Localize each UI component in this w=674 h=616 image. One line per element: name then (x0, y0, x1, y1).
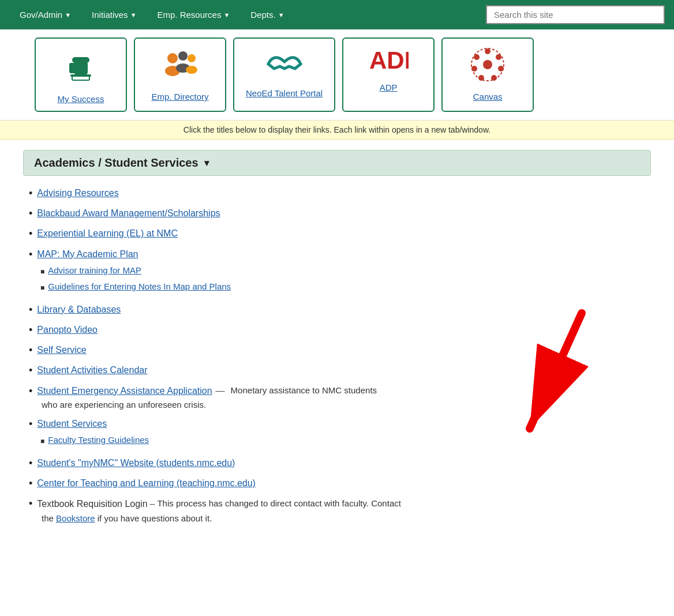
nav-initiatives-label: Initiatives (92, 10, 128, 20)
list-item-mynmc: • Student's "myNMC" Website (students.nm… (29, 456, 651, 471)
link-experiential[interactable]: Experiential Learning (EL) at NMC (37, 227, 178, 241)
nav-initiatives[interactable]: Initiatives ▼ (81, 0, 147, 29)
neoed-label: NeoEd Talent Portal (246, 88, 323, 98)
emp-directory-icon (161, 46, 199, 88)
emp-directory-label: Emp. Directory (151, 92, 208, 102)
list-item-textbook: • Textbook Requisition Login – This proc… (29, 497, 651, 525)
list-item-advising-resources: • Advising Resources (29, 186, 651, 201)
nav-emp-resources[interactable]: Emp. Resources ▼ (147, 0, 241, 29)
canvas-icon (469, 46, 507, 88)
svg-point-15 (498, 66, 504, 72)
student-services-sub-list: ■ Faculty Testing Guidelines (29, 434, 149, 450)
section-header[interactable]: Academics / Student Services ▾ (23, 150, 651, 176)
tile-emp-directory[interactable]: Emp. Directory (134, 37, 226, 112)
list-item-map: • MAP: My Academic Plan ■ Advisor traini… (29, 247, 651, 297)
sub-item-faculty-testing: ■ Faculty Testing Guidelines (40, 434, 149, 447)
nav-gov-admin-label: Gov/Admin (20, 10, 62, 20)
svg-rect-2 (69, 63, 75, 73)
svg-point-10 (186, 66, 197, 74)
sub-item-guidelines-notes: ■ Guidelines for Entering Notes In Map a… (40, 280, 231, 294)
svg-point-9 (188, 54, 196, 62)
nav-gov-admin-arrow: ▼ (65, 12, 71, 18)
link-map[interactable]: MAP: My Academic Plan (37, 247, 138, 261)
nav-initiatives-arrow: ▼ (130, 12, 137, 18)
neoed-icon (265, 46, 304, 85)
svg-point-5 (167, 53, 178, 63)
content-wrapper: • Advising Resources • Blackbaud Award M… (23, 186, 651, 525)
svg-rect-1 (74, 62, 88, 74)
adp-label: ADP (380, 82, 398, 92)
link-ctl[interactable]: Center for Teaching and Learning (teachi… (37, 476, 256, 490)
search-input[interactable] (486, 5, 665, 24)
my-success-icon (63, 46, 98, 91)
student-emergency-desc: Monetary assistance to NMC students (231, 384, 377, 397)
list-item-student-activities: • Student Activities Calendar (29, 363, 651, 378)
tiles-row: My Success Emp. Directory (0, 29, 674, 121)
textbook-desc1: This process has changed to direct conta… (157, 497, 400, 510)
link-panopto[interactable]: Panopto Video (37, 323, 98, 337)
nav-depts-label: Depts. (250, 10, 275, 20)
svg-point-17 (478, 75, 484, 81)
map-sub-list: ■ Advisor training for MAP ■ Guidelines … (29, 264, 231, 297)
link-self-service[interactable]: Self Service (37, 343, 86, 357)
my-success-label: My Success (58, 94, 104, 104)
link-faculty-testing[interactable]: Faculty Testing Guidelines (48, 434, 149, 447)
svg-point-14 (496, 54, 501, 60)
info-bar: Click the titles below to display their … (0, 121, 674, 140)
svg-text:ADP: ADP (369, 47, 409, 74)
tile-my-success[interactable]: My Success (35, 37, 127, 112)
section-header-arrow-icon: ▾ (204, 157, 209, 168)
section-title: Academics / Student Services (34, 156, 199, 170)
link-guidelines-notes[interactable]: Guidelines for Entering Notes In Map and… (48, 280, 231, 294)
list-item-experiential: • Experiential Learning (EL) at NMC (29, 227, 651, 241)
nav-depts-arrow: ▼ (278, 12, 284, 18)
info-bar-text: Click the titles below to display their … (184, 125, 490, 134)
nav-depts[interactable]: Depts. ▼ (240, 0, 294, 29)
svg-point-16 (491, 75, 497, 81)
tile-canvas[interactable]: Canvas (441, 37, 534, 112)
tile-adp[interactable]: ADP ADP (342, 37, 435, 112)
svg-point-7 (178, 51, 188, 61)
link-advisor-training[interactable]: Advisor training for MAP (48, 264, 141, 277)
link-advising-resources[interactable]: Advising Resources (37, 186, 118, 200)
link-student-emergency[interactable]: Student Emergency Assistance Application (37, 384, 212, 398)
tile-neoed[interactable]: NeoEd Talent Portal (233, 37, 335, 112)
link-student-activities[interactable]: Student Activities Calendar (37, 363, 147, 377)
nav-emp-resources-label: Emp. Resources (158, 10, 222, 20)
sub-item-advisor-training: ■ Advisor training for MAP (40, 264, 231, 277)
main-content: Academics / Student Services ▾ • Advisin… (0, 140, 674, 554)
list-item-student-services: • Student Services ■ Faculty Testing Gui… (29, 417, 651, 450)
textbook-desc2: the (42, 513, 56, 523)
nav-gov-admin[interactable]: Gov/Admin ▼ (9, 0, 81, 29)
link-library[interactable]: Library & Databases (37, 303, 121, 317)
list-item-self-service: • Self Service (29, 343, 651, 358)
svg-point-20 (483, 60, 492, 69)
link-bookstore[interactable]: Bookstore (56, 513, 95, 523)
list-item-ctl: • Center for Teaching and Learning (teac… (29, 476, 651, 491)
adp-icon: ADP (368, 46, 409, 79)
link-student-services[interactable]: Student Services (37, 417, 107, 431)
list-item-student-emergency: • Student Emergency Assistance Applicati… (29, 384, 651, 412)
nav-emp-resources-arrow: ▼ (223, 12, 230, 18)
list-item-blackbaud: • Blackbaud Award Management/Scholarship… (29, 206, 651, 221)
list-item-library: • Library & Databases (29, 303, 651, 317)
textbook-desc3: if you have questions about it. (95, 513, 212, 523)
svg-point-18 (471, 66, 477, 72)
svg-point-13 (485, 48, 490, 54)
link-blackbaud[interactable]: Blackbaud Award Management/Scholarships (37, 206, 220, 220)
list-item-panopto: • Panopto Video (29, 323, 651, 337)
link-mynmc[interactable]: Student's "myNMC" Website (students.nmc.… (37, 456, 235, 470)
textbook-label: Textbook Requisition Login (37, 497, 147, 512)
link-list: • Advising Resources • Blackbaud Award M… (23, 186, 651, 525)
svg-point-19 (474, 54, 480, 60)
navbar: Gov/Admin ▼ Initiatives ▼ Emp. Resources… (0, 0, 674, 29)
canvas-label: Canvas (473, 92, 503, 102)
student-emergency-desc2: who are experiencing an unforeseen crisi… (42, 400, 206, 410)
